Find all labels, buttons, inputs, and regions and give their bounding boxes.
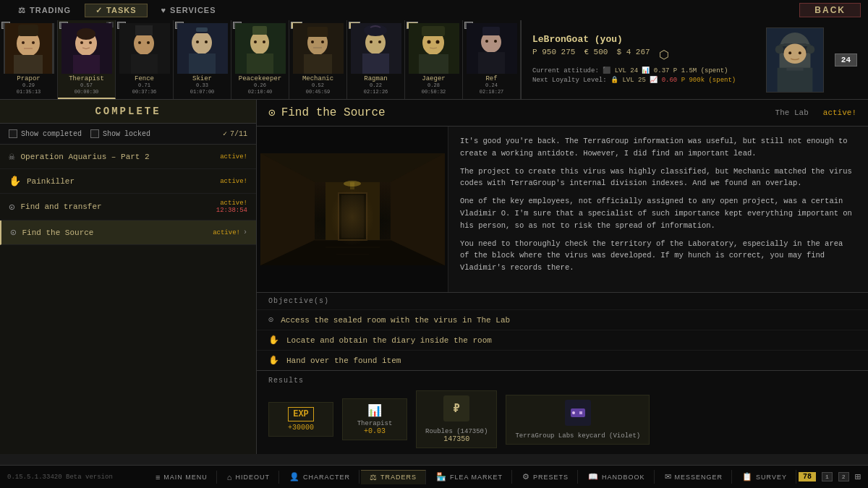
quest-item-find-transfer[interactable]: ⊙ Find and transfer active! 12:38:54 — [0, 194, 256, 221]
handbook-icon: 📖 — [588, 472, 599, 481]
svg-point-58 — [436, 40, 440, 44]
quest-status-transfer: active! — [220, 200, 247, 207]
quest-active-badge: active! — [823, 108, 856, 117]
nav-handbook[interactable]: 📖 HANDBOOK — [579, 470, 655, 484]
svg-rect-17 — [131, 54, 158, 74]
therapist-portrait — [61, 23, 112, 74]
fence-portrait — [119, 23, 170, 74]
trader-skier[interactable]: I Skier 0.33 01:07:00 — [174, 20, 231, 99]
therapist-name: Therapist — [69, 75, 104, 82]
result-keycard: TerraGroup Labs keycard (Violet) — [506, 395, 650, 445]
quest-title-icon: ⊙ — [268, 106, 276, 120]
quest-status-painkiller: active! — [220, 178, 247, 185]
hideout-label: HIDEOUT — [236, 474, 271, 481]
completed-checkbox-box[interactable] — [9, 129, 17, 138]
quest-item-painkiller[interactable]: ✋ Painkiller active! — [0, 169, 256, 194]
mechanic-stats: 0.52 00:45:59 — [306, 82, 331, 95]
objective-1: ⊙ Access the sealed room with the virus … — [257, 309, 868, 330]
results-section: Results EXP +30000 📊 Therapist +0.03 — [257, 370, 868, 454]
trader-mechanic[interactable]: II Mechanic 0.52 00:45:59 — [289, 20, 347, 99]
trader-jaeger[interactable]: II Jaeger 0.28 00:50:32 — [405, 20, 463, 99]
svg-point-74 — [783, 43, 806, 63]
show-locked-checkbox[interactable]: Show locked — [90, 129, 150, 138]
svg-point-70 — [775, 45, 783, 53]
svg-point-51 — [378, 40, 381, 43]
circle-icon: ⊙ — [9, 201, 14, 213]
hand-icon: ✋ — [9, 175, 21, 187]
quest-item-find-source[interactable]: ⊙ Find the Source active! › — [0, 221, 256, 245]
menu-icon: ≡ — [156, 473, 161, 481]
quest-name-aquarius: Operation Aquarius – Part 2 — [20, 153, 214, 161]
obj2-icon: ✋ — [268, 335, 279, 346]
nav-trading[interactable]: ⚖ TRADING — [7, 4, 82, 17]
quest-name-source: Find the Source — [22, 228, 207, 237]
nav-main-menu[interactable]: ≡ MAIN MENU — [147, 471, 217, 484]
level-badge: 24 — [835, 53, 857, 67]
messenger-label: MESSENGER — [675, 474, 723, 481]
show-completed-checkbox[interactable]: Show completed — [9, 129, 82, 138]
quest-title: ⊙ Find the Source — [268, 106, 386, 120]
quest-image-area — [257, 127, 448, 292]
objective-2: ✋ Locate and obtain the diary inside the… — [257, 330, 868, 350]
trader-fence[interactable]: I Fence 0.71 00:37:36 — [116, 20, 174, 99]
lore-p3: One of the key employees, not officially… — [460, 195, 856, 231]
svg-rect-2 — [14, 55, 43, 74]
back-button[interactable]: BACK — [799, 3, 861, 17]
nav-presets[interactable]: ⚙ PRESETS — [514, 470, 578, 484]
nav-tasks[interactable]: ✓ TASKS — [85, 4, 147, 17]
trader-prapor[interactable]: I Prapor 0.29 01:35:13 — [0, 20, 58, 99]
traders-row: I Prapor 0.29 01:35:13 I ? — [0, 20, 868, 100]
fence-name: Fence — [135, 75, 154, 82]
quest-item-operation-aquarius[interactable]: ☠ Operation Aquarius – Part 2 active! — [0, 145, 256, 169]
ragman-portrait — [351, 23, 401, 74]
mechanic-name: Mechanic — [302, 75, 333, 82]
trader-ragman[interactable]: II Ragman 0.22 02:12:26 — [347, 20, 405, 99]
svg-rect-56 — [422, 26, 445, 36]
traders-icon: ⚖ — [370, 473, 378, 482]
nav-flea-market[interactable]: 🏪 FLEA MARKET — [427, 470, 512, 484]
trader-ref[interactable]: I Ref 0.24 02:18:27 — [463, 20, 521, 99]
nav-character[interactable]: 👤 CHARACTER — [281, 470, 359, 484]
handbook-label: HANDBOOK — [602, 474, 645, 481]
main-content: COMPLETE Show completed Show locked ✓ 7/… — [0, 100, 868, 454]
nav-hideout[interactable]: ⌂ HIDEOUT — [218, 471, 279, 484]
svg-point-50 — [370, 40, 373, 43]
search-icon: ⊙ — [10, 226, 16, 239]
svg-point-97 — [572, 411, 575, 414]
svg-point-71 — [806, 45, 814, 53]
trader-peacekeeper[interactable]: I Peacekeeper 0.26 02:10:40 — [231, 20, 289, 99]
nav-traders[interactable]: ⚖ TRADERS — [361, 470, 426, 484]
nav-services[interactable]: ♥ SERVICES — [150, 4, 227, 17]
peacekeeper-name: Peacekeeper — [239, 75, 281, 82]
nav-survey[interactable]: 📋 SURVEY — [733, 470, 796, 484]
hideout-icon: ⌂ — [227, 473, 233, 481]
ragman-name: Ragman — [364, 75, 387, 82]
svg-rect-34 — [252, 26, 267, 35]
bottom-nav: ≡ MAIN MENU ⌂ HIDEOUT 👤 CHARACTER ⚖ TRAD… — [145, 470, 799, 484]
profile-panel: LeBronGoat (you) P 950 275 € 500 $ 4 267… — [521, 20, 868, 99]
svg-point-18 — [135, 35, 153, 49]
prapor-name: Prapor — [17, 75, 40, 82]
quest-name-painkiller: Painkiller — [27, 177, 214, 186]
result-exp: EXP +30000 — [268, 402, 333, 437]
svg-point-64 — [485, 40, 488, 43]
nav-messenger[interactable]: ✉ MESSENGER — [656, 470, 733, 484]
svg-rect-47 — [362, 53, 389, 74]
locked-checkbox-box[interactable] — [90, 129, 99, 138]
skier-stats: 0.33 01:07:00 — [190, 82, 215, 95]
trader-therapist[interactable]: I ? Therapist 0.57 00:00:30 — [58, 20, 116, 99]
lore-p4: You need to thoroughly check the territo… — [460, 238, 856, 274]
svg-rect-32 — [247, 53, 273, 74]
svg-rect-39 — [304, 54, 332, 74]
expand-icon: ⊞ — [855, 471, 861, 483]
svg-point-5 — [22, 41, 25, 44]
svg-point-65 — [494, 40, 497, 43]
svg-point-13 — [80, 41, 83, 44]
svg-point-12 — [77, 28, 95, 40]
profile-loyalty: Current attitude: ⬛ LVL 24 📊 0.37 P 1.5M… — [532, 67, 755, 86]
show-locked-label: Show locked — [103, 130, 150, 138]
profile-info: LeBronGoat (you) P 950 275 € 500 $ 4 267… — [532, 34, 755, 86]
show-completed-label: Show completed — [21, 130, 82, 138]
quest-body: It's good you're back. The TerraGroup in… — [257, 127, 868, 292]
result-therapist-rep: 📊 Therapist +0.03 — [342, 398, 407, 440]
